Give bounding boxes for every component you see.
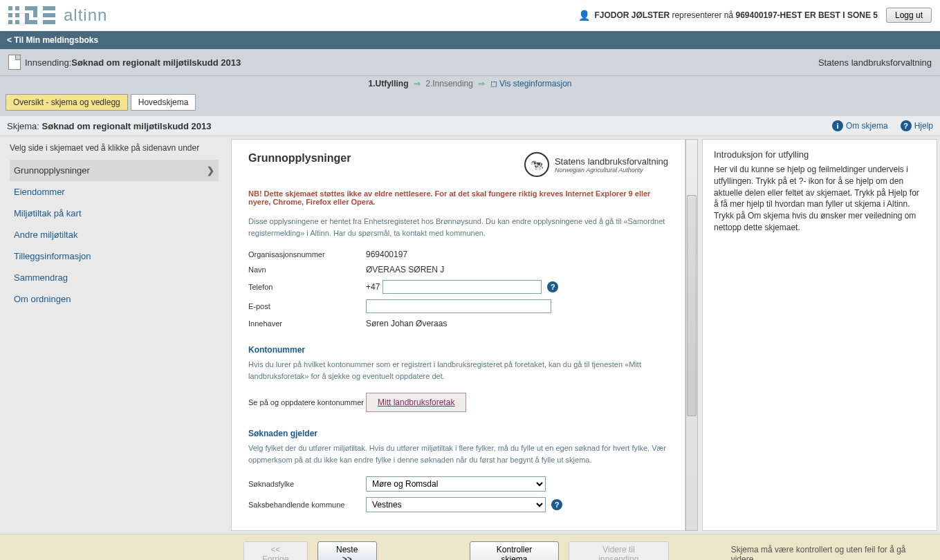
svg-rect-8 [33, 6, 37, 17]
submission-prefix: Innsending: [25, 57, 71, 68]
phone-input[interactable] [383, 280, 542, 294]
nav-miljotiltak-kart[interactable]: Miljøtiltak på kart [10, 203, 219, 224]
schema-label: Skjema: [7, 121, 39, 131]
svg-rect-4 [8, 20, 12, 24]
next-button[interactable]: Neste >> [317, 541, 377, 560]
nav-andre-miljotiltak[interactable]: Andre miljøtiltak [10, 224, 219, 245]
arrow-icon: ⇒ [414, 79, 421, 88]
agency-seal-icon: 🐄 [524, 152, 549, 177]
fylke-select[interactable]: Møre og Romsdal [366, 476, 546, 492]
step-info-link[interactable]: Vis steginformasjon [499, 79, 572, 88]
browser-warning: NB! Dette skjemaet støttes ikke av eldre… [248, 189, 668, 206]
form-content: Grunnopplysninger 🐄 Statens landbruksfor… [231, 139, 685, 531]
tabs-row: Oversikt - skjema og vedlegg Hovedskjema [0, 94, 940, 116]
tab-overview[interactable]: Oversikt - skjema og vedlegg [6, 94, 128, 111]
svg-rect-12 [43, 20, 55, 24]
info-icon: i [832, 120, 843, 131]
user-icon: 👤 [578, 10, 590, 21]
main-content: Velg side i skjemaet ved å klikke på sid… [0, 136, 940, 534]
owner-value: Søren Johan Øveraas [366, 319, 447, 328]
app-header: altinn 👤 FJODOR JØLSTER representerer nå… [0, 0, 940, 31]
nav-om-ordningen[interactable]: Om ordningen [10, 288, 219, 310]
scrollbar[interactable] [685, 139, 698, 531]
step-1: 1.Utfylling [369, 79, 409, 88]
nav-sammendrag[interactable]: Sammendrag [10, 267, 219, 288]
kommune-select[interactable]: Vestnes [366, 497, 546, 512]
document-icon [8, 55, 21, 70]
content-wrap: Grunnopplysninger 🐄 Statens landbruksfor… [228, 136, 940, 534]
submit-button: Videre til innsending [569, 541, 668, 560]
name-label: Navn [248, 265, 366, 274]
arrow-icon: ⇒ [478, 79, 485, 88]
scroll-thumb[interactable] [687, 195, 697, 416]
schema-name: Søknad om regionalt miljøtilskudd 2013 [42, 121, 212, 131]
nav-label: Grunnopplysninger [14, 165, 90, 176]
fylke-label: Søknadsfylke [248, 480, 366, 488]
footer: << Forrige Neste >> Kontroller skjema Vi… [0, 534, 940, 560]
svg-rect-3 [15, 13, 19, 17]
sidebar-hint: Velg side i skjemaet ved å klikke på sid… [10, 143, 219, 153]
nav-grunnopplysninger[interactable]: Grunnopplysninger ❯ [10, 160, 219, 181]
logo-icon [8, 6, 58, 24]
about-schema-link[interactable]: i Om skjema [832, 120, 888, 131]
prev-button: << Forrige [243, 541, 308, 560]
org-number-label: Organisasjonsnummer [248, 250, 366, 259]
nav-tilleggsinformasjon[interactable]: Tilleggsinformasjon [10, 245, 219, 267]
nav-eiendommer[interactable]: Eiendommer [10, 181, 219, 203]
phone-help-icon[interactable]: ? [547, 281, 558, 292]
agency-subtitle: Norwegian Agricultural Authority [555, 167, 668, 174]
kommune-label: Saksbehandlende kommune [248, 500, 366, 510]
submission-title: Søknad om regionalt miljøtilskudd 2013 [71, 57, 241, 68]
help-link[interactable]: ? Hjelp [901, 120, 933, 131]
steps-bar: 1.Utfylling ⇒ 2.Innsending ⇒ ◻ Vis stegi… [0, 76, 940, 94]
konto-section-title: Kontonummer [248, 345, 668, 355]
footer-hint: Skjema må være kontrollert og uten feil … [731, 545, 932, 560]
sidebar: Velg side i skjemaet ved å klikke på sid… [0, 136, 228, 534]
check-schema-button[interactable]: Kontroller skjema [470, 541, 560, 560]
schema-title: Skjema: Søknad om regionalt miljøtilskud… [7, 121, 211, 131]
section-title: Grunnopplysninger [248, 152, 351, 165]
svg-rect-1 [15, 6, 19, 10]
help-label: Hjelp [914, 121, 933, 131]
user-middle: representerer nå [672, 10, 733, 20]
owner-label: Innehaver [248, 319, 366, 328]
logo-text: altinn [64, 6, 107, 25]
name-value: ØVERAAS SØREN J [366, 265, 444, 274]
step-2: 2.Innsending [425, 79, 473, 88]
help-panel-title: Introduksjon for utfylling [714, 149, 925, 160]
user-org: 969400197-HEST ER BEST I SONE 5 [736, 10, 878, 20]
kommune-help-icon[interactable]: ? [551, 499, 562, 510]
tab-main-form[interactable]: Hovedskjema [131, 94, 196, 111]
svg-rect-10 [43, 6, 55, 10]
phone-prefix: +47 [366, 282, 380, 292]
logo[interactable]: altinn [8, 6, 107, 25]
schema-row: Skjema: Søknad om regionalt miljøtilskud… [0, 116, 940, 136]
email-label: E-post [248, 302, 366, 310]
logout-button[interactable]: Logg ut [886, 8, 932, 23]
agency-name: Statens landbruksforvaltning [555, 156, 668, 167]
email-input[interactable] [366, 299, 551, 313]
konto-info: Hvis du lurer på hvilket kontonummer som… [248, 359, 668, 382]
mitt-landbruksforetak-link[interactable]: Mitt landbruksforetak [366, 393, 466, 412]
soknad-section-title: Søknaden gjelder [248, 429, 668, 438]
back-to-inbox-link[interactable]: < Til Min meldingsboks [0, 31, 940, 49]
info-text: Disse opplysningene er hentet fra Enhets… [248, 216, 668, 239]
about-schema-label: Om skjema [846, 121, 888, 131]
help-icon: ? [901, 120, 912, 131]
help-panel: Introduksjon for utfylling Her vil du ku… [702, 139, 937, 531]
agency-logo: 🐄 Statens landbruksforvaltning Norwegian… [524, 152, 668, 177]
org-number-value: 969400197 [366, 250, 407, 259]
soknad-info: Velg fylket der du utfører miljøtiltak. … [248, 442, 668, 465]
svg-rect-0 [8, 6, 12, 10]
svg-rect-2 [8, 13, 12, 17]
chevron-right-icon: ❯ [207, 165, 214, 176]
svg-rect-11 [43, 13, 55, 17]
user-info: 👤 FJODOR JØLSTER representerer nå 969400… [578, 8, 932, 23]
submission-bar: Innsending:Søknad om regionalt miljøtils… [0, 49, 940, 76]
svg-rect-5 [15, 20, 19, 24]
user-name: FJODOR JØLSTER [594, 10, 670, 20]
svg-rect-9 [25, 20, 37, 24]
submission-agency: Statens landbruksforvaltning [818, 57, 932, 68]
konto-label: Se på og oppdatere kontonummer [248, 398, 366, 407]
submission-label: Innsending:Søknad om regionalt miljøtils… [25, 57, 241, 68]
